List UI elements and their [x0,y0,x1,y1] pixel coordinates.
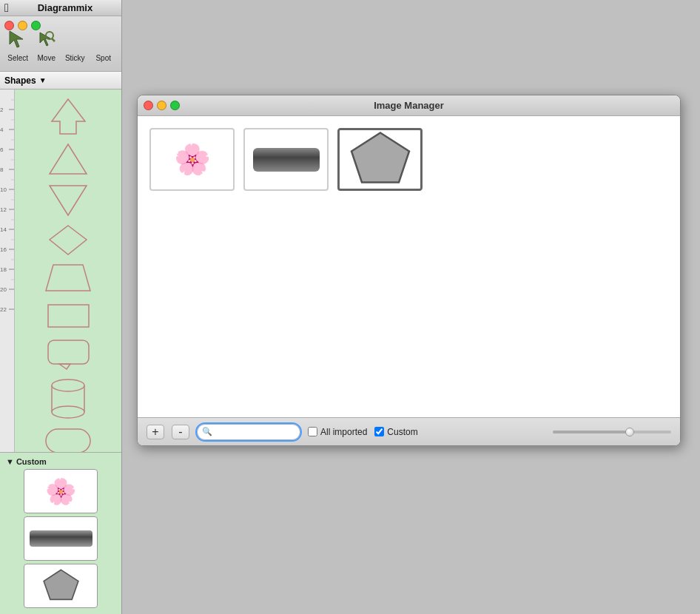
select-tool[interactable]: Select [4,26,33,62]
image-manager-titlebar: Image Manager [138,95,680,116]
svg-rect-44 [48,340,89,364]
spot-icon [90,26,117,53]
vertical-ruler: 2 4 6 8 10 12 14 16 18 20 22 [0,90,15,452]
svg-marker-38 [52,99,85,134]
svg-text:22: 22 [0,306,7,313]
shapes-dropdown[interactable]: Shapes ▼ [0,72,121,90]
gradient-rect [30,530,92,547]
pentagon-thumb-icon [347,128,414,191]
shape-arrow-up[interactable] [38,95,98,136]
move-label: Move [38,54,55,62]
svg-marker-42 [46,265,90,291]
left-panel:  Diagrammix Select [0,0,122,614]
im-maximize-button[interactable] [170,101,180,110]
move-tool[interactable]: Move [33,26,61,62]
search-wrapper: 🔍 [197,424,300,440]
custom-section: ▼ Custom 🌸 [0,452,121,614]
svg-point-49 [52,406,84,418]
svg-marker-41 [50,226,87,254]
all-imported-checkbox[interactable] [308,427,317,436]
flower-thumb-icon: 🌸 [174,142,211,177]
shape-rectangle[interactable] [38,299,98,332]
custom-thumb-pentagon[interactable] [24,564,98,608]
im-traffic-lights [144,101,180,110]
image-manager-title: Image Manager [374,100,444,111]
select-label: Select [7,54,28,62]
svg-marker-53 [44,570,78,599]
svg-point-46 [52,379,84,391]
traffic-lights [4,21,41,30]
svg-marker-54 [351,133,409,183]
svg-text:8: 8 [0,166,4,173]
all-imported-label: All imported [320,427,367,437]
spot-label: Spot [95,54,111,62]
size-slider-track [553,431,671,433]
shapes-list [15,90,121,452]
minimize-button[interactable] [18,21,27,30]
spot-tool[interactable]: Spot [90,26,118,62]
shapes-area: 2 4 6 8 10 12 14 16 18 20 22 [0,90,121,452]
apple-logo:  [4,1,9,15]
im-thumb-flower[interactable]: 🌸 [149,128,235,191]
image-manager-content: 🌸 [138,116,680,417]
shapes-chevron: ▼ [39,76,47,84]
gradient-thumb [253,148,320,172]
svg-text:16: 16 [0,246,7,253]
svg-text:10: 10 [0,186,7,193]
svg-rect-5 [100,36,107,43]
image-manager-window: Image Manager 🌸 + - 🔍 All imported [137,95,681,446]
shape-diamond[interactable] [38,223,98,257]
shape-trapezoid[interactable] [38,261,98,294]
slider-fill [553,431,630,433]
im-minimize-button[interactable] [157,101,166,110]
shape-cylinder[interactable] [38,377,98,421]
app-title: Diagrammix [13,2,117,13]
svg-text:20: 20 [0,286,7,293]
search-input[interactable] [197,424,300,440]
svg-rect-4 [71,36,78,43]
shape-triangle-up[interactable] [38,141,98,178]
image-manager-footer: + - 🔍 All imported Custom [138,417,680,445]
shape-callout[interactable] [38,337,98,372]
custom-checkbox-label-text: Custom [387,427,417,437]
flower-icon: 🌸 [45,476,76,506]
svg-rect-43 [48,305,89,327]
custom-triangle: ▼ [6,457,14,466]
svg-text:18: 18 [0,266,7,273]
im-thumb-pentagon[interactable] [337,128,423,191]
svg-text:14: 14 [0,226,7,233]
svg-marker-45 [59,364,70,369]
custom-thumb-flower[interactable]: 🌸 [24,469,98,513]
titlebar:  Diagrammix [0,0,121,16]
custom-items: 🌸 [3,469,118,611]
custom-label: Custom [16,457,47,466]
sticky-icon [61,26,88,53]
svg-text:2: 2 [0,107,4,113]
svg-marker-40 [50,186,87,215]
im-thumb-gradient[interactable] [243,128,329,191]
close-button[interactable] [4,21,14,30]
svg-rect-50 [46,429,90,452]
pentagon-icon [41,567,81,604]
svg-line-3 [52,38,55,41]
add-image-button[interactable]: + [147,425,164,439]
svg-text:4: 4 [0,126,4,133]
svg-text:6: 6 [0,146,4,153]
all-imported-checkbox-label[interactable]: All imported [308,427,367,437]
shapes-label: Shapes [4,75,36,86]
svg-marker-0 [10,31,23,47]
custom-header: ▼ Custom [3,456,118,469]
custom-thumb-gradient[interactable] [24,516,98,561]
sticky-label: Sticky [65,54,85,62]
size-slider-thumb[interactable] [625,428,634,436]
shape-stadium[interactable] [38,425,98,452]
custom-checkbox-label[interactable]: Custom [374,427,417,437]
toolbar: Select Move Sticky [0,16,121,72]
svg-text:12: 12 [0,206,7,213]
remove-image-button[interactable]: - [172,425,189,439]
custom-checkbox[interactable] [374,427,384,436]
sticky-tool[interactable]: Sticky [61,26,90,62]
im-close-button[interactable] [144,101,153,110]
shape-triangle-down[interactable] [38,182,98,219]
maximize-button[interactable] [31,21,41,30]
